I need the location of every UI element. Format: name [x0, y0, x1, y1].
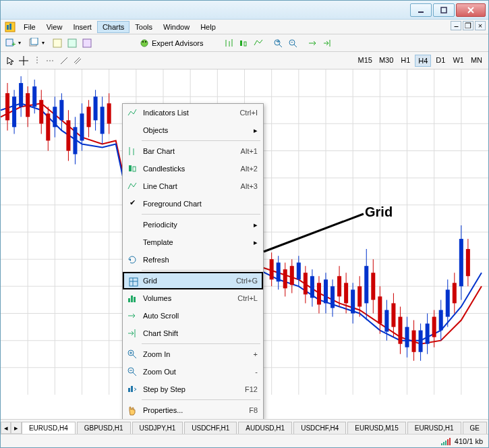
svg-rect-1: [441, 7, 447, 13]
crosshair-button[interactable]: [17, 54, 30, 67]
connection-text: 410/1 kb: [455, 437, 483, 445]
tab-eurusd-h4[interactable]: EURUSD,H4: [22, 422, 76, 434]
svg-point-15: [142, 41, 144, 43]
svg-rect-176: [128, 388, 130, 392]
tab-eurusd-m15[interactable]: EURUSD,M15: [347, 422, 405, 434]
svg-line-35: [74, 57, 80, 63]
tabs-prev-button[interactable]: ◂: [1, 422, 11, 434]
mdi-restore-button[interactable]: ❐: [463, 21, 473, 30]
menu-zoom-in[interactable]: Zoom In+: [123, 345, 263, 363]
navigator-button[interactable]: [65, 36, 79, 50]
menu-tools[interactable]: Tools: [130, 21, 158, 33]
zoom-out-button[interactable]: -: [286, 36, 299, 50]
menu-separator: [142, 140, 260, 141]
expert-label: Expert Advisors: [152, 39, 203, 47]
menu-volumes[interactable]: VolumesCtrl+L: [123, 289, 263, 307]
grid-icon: [128, 277, 139, 287]
titlebar: [1, 1, 488, 20]
menu-line-chart[interactable]: Line ChartAlt+3: [123, 177, 263, 195]
chartshift-button[interactable]: [320, 36, 334, 50]
tf-h4[interactable]: H4: [415, 55, 431, 67]
tf-m30[interactable]: M30: [376, 55, 396, 67]
terminal-button[interactable]: [80, 36, 94, 50]
profiles-button[interactable]: [27, 36, 40, 50]
menu-periodicity[interactable]: Periodicity▸: [123, 216, 263, 233]
tab-gbpusd-h1[interactable]: GBPUSD,H1: [77, 422, 131, 434]
refresh-icon: [127, 254, 138, 265]
mdi-close-button[interactable]: ×: [475, 21, 486, 30]
tf-d1[interactable]: D1: [432, 55, 449, 67]
tab-usdchf-h1[interactable]: USDCHF,H1: [184, 422, 237, 434]
svg-rect-166: [131, 296, 133, 302]
minimize-button[interactable]: [410, 3, 432, 17]
menu-candlesticks[interactable]: CandlesticksAlt+2: [123, 160, 263, 177]
hand-icon: [127, 405, 138, 416]
menu-grid[interactable]: GridCtrl+G: [123, 272, 263, 289]
menu-refresh[interactable]: Refresh: [123, 251, 263, 269]
menu-help[interactable]: Help: [195, 21, 221, 33]
app-window: File View Insert Charts Tools Window Hel…: [0, 0, 489, 448]
autoscroll-button[interactable]: [306, 36, 319, 50]
menu-template[interactable]: Template▸: [123, 233, 263, 251]
submenu-arrow-icon: ▸: [254, 221, 258, 229]
menu-separator: [142, 399, 260, 400]
maximize-button[interactable]: [433, 3, 455, 17]
svg-rect-20: [240, 40, 242, 46]
zoom-in-button[interactable]: +: [271, 36, 285, 50]
menu-step[interactable]: Step by StepF12: [123, 381, 263, 398]
tab-usdjpy-h1[interactable]: USDJPY,H1: [132, 422, 183, 434]
trendline-button[interactable]: [57, 54, 71, 67]
tab-audusd-h1[interactable]: AUDUSD,H1: [238, 422, 292, 434]
tf-h1[interactable]: H1: [397, 55, 413, 67]
svg-line-26: [294, 45, 297, 47]
vline-button[interactable]: [30, 54, 44, 67]
tab-eurusd-h1[interactable]: EURUSD,H1: [407, 422, 461, 434]
expert-advisors-button[interactable]: Expert Advisors: [137, 36, 206, 50]
zoom-out-icon: [127, 366, 138, 377]
tf-m15[interactable]: M15: [355, 55, 375, 67]
hline-button[interactable]: [44, 54, 57, 67]
tab-usdchf-h4[interactable]: USDCHF,H4: [293, 422, 346, 434]
menu-foreground[interactable]: ✔ Foreground Chart: [123, 195, 263, 213]
check-icon: ✔: [127, 198, 138, 209]
cursor-button[interactable]: [3, 54, 17, 67]
menu-view[interactable]: View: [41, 21, 68, 33]
menu-properties[interactable]: Properties...F8: [123, 401, 263, 419]
submenu-arrow-icon: ▸: [254, 238, 258, 247]
menu-separator: [142, 270, 260, 271]
tf-w1[interactable]: W1: [450, 55, 467, 67]
menu-objects[interactable]: Objects▸: [123, 121, 263, 139]
line-chart-button[interactable]: [252, 36, 265, 50]
tabs-next-button[interactable]: ▸: [11, 422, 21, 434]
bar-chart-button[interactable]: [222, 36, 235, 50]
toolbar-drawing: M15 M30 H1 H4 D1 W1 MN: [1, 52, 488, 69]
mdi-minimize-button[interactable]: ‒: [451, 21, 461, 30]
chart-area[interactable]: /*placeholder*/: [1, 69, 488, 419]
tf-mn[interactable]: MN: [468, 55, 485, 67]
close-button[interactable]: [456, 3, 486, 17]
menu-bar-chart[interactable]: Bar ChartAlt+1: [123, 142, 263, 160]
menu-autoscroll[interactable]: Auto Scroll: [123, 307, 263, 325]
channel-button[interactable]: [71, 54, 84, 67]
menu-separator: [142, 343, 260, 344]
svg-point-14: [141, 40, 148, 47]
menu-window[interactable]: Window: [158, 21, 195, 33]
market-watch-button[interactable]: [51, 36, 64, 50]
mdi-buttons: ‒ ❐ ×: [451, 21, 486, 30]
tab-overflow[interactable]: GE: [463, 422, 487, 434]
candle-chart-button[interactable]: [237, 36, 250, 50]
svg-rect-167: [134, 297, 136, 302]
line-chart-icon: [127, 181, 138, 192]
menu-indicators[interactable]: Indicators ListCtrl+I: [123, 104, 263, 121]
menu-charts[interactable]: Charts: [97, 21, 130, 33]
menu-chartshift[interactable]: Chart Shift: [123, 325, 263, 342]
app-icon: [5, 22, 16, 32]
new-chart-button[interactable]: +: [3, 36, 17, 50]
menu-insert[interactable]: Insert: [67, 21, 97, 33]
svg-text:+: +: [11, 40, 16, 48]
expert-icon: [140, 38, 149, 48]
svg-rect-13: [83, 39, 91, 47]
menu-file[interactable]: File: [18, 21, 41, 33]
menu-zoom-out[interactable]: Zoom Out-: [123, 363, 263, 381]
svg-rect-162: [130, 278, 138, 286]
